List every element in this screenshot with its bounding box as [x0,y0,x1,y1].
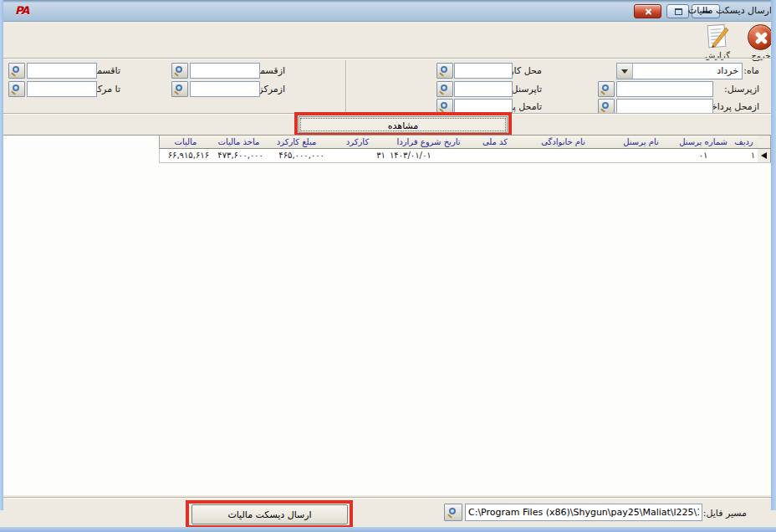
grid-cell-personnel-number[interactable]: ۰۱ [676,149,730,163]
send-tax-diskette-button[interactable]: ارسال دیسکت مالیات [191,504,348,524]
grid-header-row-number: ردیف [729,136,758,149]
exit-button[interactable] [748,24,773,50]
view-button[interactable]: مشاهده [299,116,508,133]
workplace-search-button[interactable] [436,63,453,79]
grid-header-tax: مالیات [159,136,212,149]
file-path-label: مسیر فایل: [703,508,747,519]
month-select-value: خرداد [717,65,738,76]
grid-cell-tax[interactable]: ۶۶,۹۱۵,۶۱۶ [159,149,212,163]
grid-cell-contract-start-date[interactable]: ۱۴۰۳/۰۱/۰۱ [387,149,469,163]
app-window: PA ارسال دیسکت مالیات خروج گزارش ماه: خر… [0,0,776,532]
maximize-button[interactable] [666,4,689,18]
filter-bottom-separator [3,113,771,114]
grid-cell-work-amount[interactable]: ۴۶۵,۰۰۰,۰۰۰ [265,149,327,163]
from-personnel-search-button[interactable] [598,81,615,97]
from-cost-center-search-button[interactable] [171,81,188,97]
grid-header-selector [757,136,771,149]
close-icon [644,8,653,17]
chevron-down-icon[interactable] [617,64,633,79]
search-icon [176,66,182,73]
to-personnel-label: تاپرسنل: [508,84,542,95]
close-button[interactable] [634,4,661,18]
window-border-left [0,0,3,510]
window-title: ارسال دیسکت مالیات [688,5,772,16]
grid-row-selector[interactable] [757,149,771,163]
grid-header-worked-days: کارکرد [326,136,388,149]
search-icon [449,508,456,514]
grid-header-work-amount: مبلغ کارکرد [265,136,327,149]
grid-cell-national-code[interactable] [468,149,521,163]
search-icon [441,84,447,91]
from-section-input[interactable] [190,63,260,79]
search-icon [441,102,447,109]
window-border-right [771,0,776,510]
to-personnel-search-button[interactable] [436,81,453,97]
grid-cell-row-number[interactable]: ۱ [729,149,758,163]
filter-group-divider [345,60,346,112]
toolbar-separator [3,58,771,59]
window-border-bottom [0,527,776,532]
month-label: ماه: [743,65,759,76]
report-button-label: گزارش [699,51,736,60]
report-button[interactable] [704,23,731,50]
grid-header-national-code: کد ملی [468,136,521,149]
workplace-input[interactable] [454,63,513,79]
maximize-icon [675,8,682,15]
search-icon [602,102,609,109]
grid-header-tax-base: ماخذ مالیات [211,136,266,149]
from-section-search-button[interactable] [171,63,188,79]
grid-header-personnel-number: شماره پرسنل [676,136,730,149]
file-path-browse-button[interactable] [444,504,462,521]
current-row-arrow-icon [761,152,767,159]
to-personnel-input[interactable] [454,81,513,97]
from-personnel-input[interactable] [616,81,713,97]
to-section-input[interactable] [27,63,97,79]
file-path-input[interactable] [465,504,702,521]
grid-cell-tax-base[interactable]: ۴۷۳,۶۰۰,۰۰۰ [211,149,266,163]
grid-cell-last-name[interactable] [520,149,605,163]
grid-header-last-name: نام خانوادگی [520,136,605,149]
from-cost-center-input[interactable] [190,81,260,97]
search-icon [176,84,182,91]
to-section-search-button[interactable] [8,63,25,79]
grid-header-contract-start-date: تاریخ شروع قراردا [387,136,469,149]
search-icon [441,66,447,73]
search-icon [602,84,609,91]
search-icon [13,84,19,91]
results-grid[interactable]: ردیف شماره پرسنل نام پرسنل نام خانوادگی … [3,135,771,495]
from-personnel-label: ازپرسنل: [724,84,759,95]
to-cost-center-search-button[interactable] [8,81,25,97]
month-select[interactable]: خرداد [616,63,743,79]
grid-header-first-name: نام پرسنل [605,136,676,149]
exit-x-icon [754,31,768,45]
search-icon [13,66,19,73]
grid-cell-worked-days[interactable]: ۳۱ [326,149,388,163]
to-cost-center-input[interactable] [27,81,97,97]
titlebar: PA ارسال دیسکت مالیات [0,0,776,22]
grid-cell-first-name[interactable] [605,149,676,163]
app-logo: PA [15,4,28,17]
report-document-pencil-icon [704,23,731,50]
